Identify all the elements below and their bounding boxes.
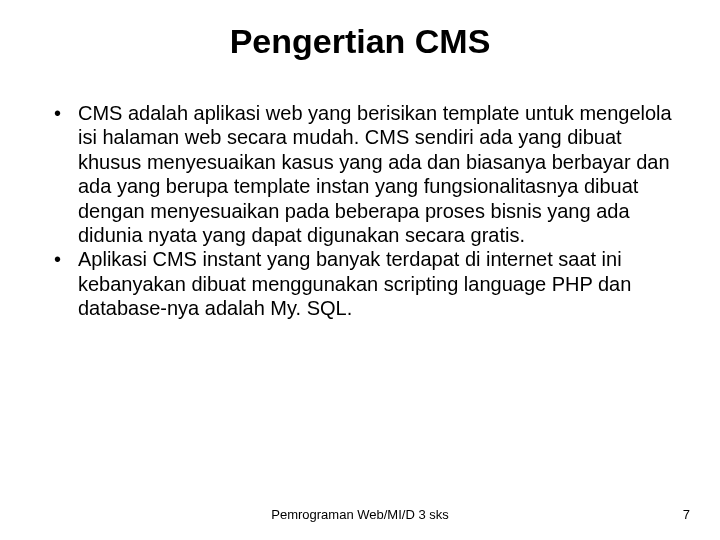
slide-content: CMS adalah aplikasi web yang berisikan t… [40, 101, 680, 321]
slide-container: Pengertian CMS CMS adalah aplikasi web y… [0, 0, 720, 540]
bullet-list: CMS adalah aplikasi web yang berisikan t… [50, 101, 680, 321]
footer-text: Pemrograman Web/MI/D 3 sks [0, 507, 720, 522]
page-number: 7 [683, 507, 690, 522]
slide-title: Pengertian CMS [40, 22, 680, 61]
bullet-item: Aplikasi CMS instant yang banyak terdapa… [50, 247, 680, 320]
bullet-item: CMS adalah aplikasi web yang berisikan t… [50, 101, 680, 247]
